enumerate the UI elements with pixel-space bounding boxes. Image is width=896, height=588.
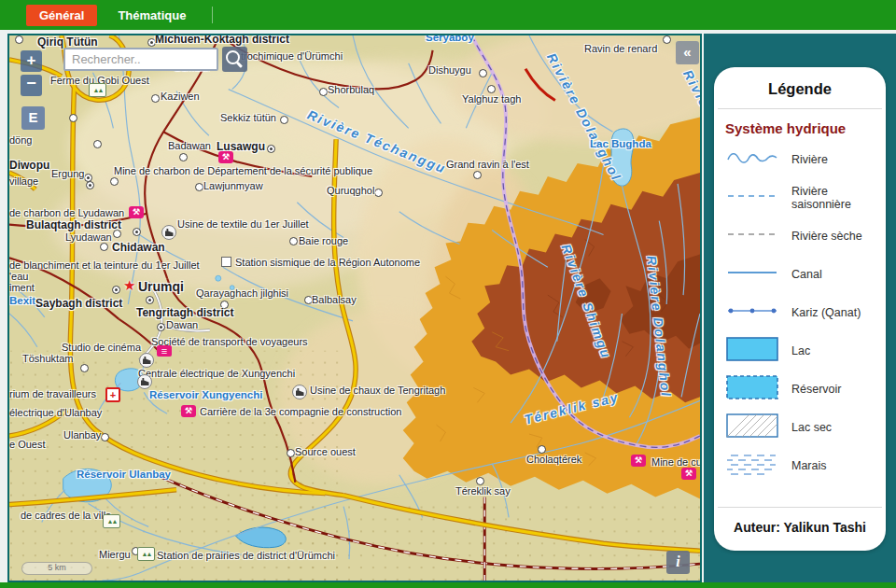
map-label: trochimique d'Ürümchi xyxy=(241,50,343,62)
tab-thematique[interactable]: Thématique xyxy=(105,5,199,26)
extent-button[interactable]: E xyxy=(21,106,45,130)
search-button[interactable] xyxy=(222,47,247,72)
search-input[interactable] xyxy=(63,48,218,71)
map-label: Téreklik say xyxy=(455,485,511,497)
mine-icon: ⚒ xyxy=(681,468,696,480)
collapse-legend-button[interactable]: « xyxy=(676,41,699,64)
map-label: Miergu xyxy=(99,549,131,560)
map-label: Station sismique de la Région Autonome xyxy=(235,257,420,268)
search-icon xyxy=(226,50,240,64)
town-marker xyxy=(280,116,288,124)
map-label: Ravin de renard xyxy=(584,43,657,54)
search-box xyxy=(63,48,218,71)
district-marker xyxy=(157,323,165,331)
map-label: Kaziwen xyxy=(161,91,200,102)
map-label: Usine de textile du 1er Juillet xyxy=(177,218,309,230)
bottom-bar xyxy=(0,582,896,588)
legend-item: Marais xyxy=(725,446,880,484)
map-label: Rivière Shimgu xyxy=(558,242,613,361)
legend-item: Rivière sèche xyxy=(725,217,880,255)
legend-item: Lac sec xyxy=(725,408,880,446)
map-label: Studio de cinéma xyxy=(62,342,141,353)
map-label: iment xyxy=(9,282,35,293)
river-swatch-icon xyxy=(725,144,779,175)
map-label: Badawan xyxy=(168,140,211,151)
marsh-swatch-icon xyxy=(725,450,779,482)
map-label: Shorbulaq xyxy=(328,84,374,95)
river-dry-swatch-icon xyxy=(725,220,779,252)
town-marker xyxy=(473,171,482,179)
map-label: Réservoir Ulanbay xyxy=(77,469,171,480)
map-label: Téreklik say xyxy=(523,389,621,427)
mine-icon: ⚒ xyxy=(631,455,646,467)
map-label: Centrale électrique de Xungyenchi xyxy=(138,368,295,379)
reservoir-swatch-icon xyxy=(725,373,779,405)
tab-general[interactable]: Général xyxy=(26,5,97,26)
legend-panel: Légende Système hydrique RivièreRivière … xyxy=(704,34,896,582)
map-label: Dawan xyxy=(166,319,198,330)
map-label: Töshuktam xyxy=(22,353,73,364)
town-marker xyxy=(80,364,89,372)
info-button[interactable]: i xyxy=(666,551,690,574)
zoom-in-button[interactable]: + xyxy=(21,50,42,72)
legend-item: Rivière xyxy=(725,140,880,178)
park-icon: ▲▲ xyxy=(137,547,155,561)
mine-icon: ⚒ xyxy=(218,151,233,163)
legend-item-label: Canal xyxy=(791,268,822,281)
legend-title: Légende xyxy=(718,67,882,109)
legend-item-label: Réservoir xyxy=(791,383,842,396)
legend-author: Auteur: Yalikun Tashi xyxy=(718,507,882,551)
map-label: de charbon de Lyudawan xyxy=(9,207,124,218)
map-label: village xyxy=(9,175,38,187)
factory-icon xyxy=(161,225,176,240)
nav-divider xyxy=(212,7,213,23)
map-label: Source ouest xyxy=(295,446,356,457)
mine-icon: ⚒ xyxy=(129,206,144,218)
district-marker xyxy=(112,286,120,294)
map-label: rium de travailleurs xyxy=(9,388,96,399)
factory-icon xyxy=(292,385,307,399)
map-label: Seryaboy xyxy=(426,34,474,43)
legend-item: Kariz (Qanat) xyxy=(725,293,880,331)
park-icon: ▲▲ xyxy=(103,514,120,528)
top-nav: Général Thématique xyxy=(0,0,896,30)
sq-icon xyxy=(221,257,231,267)
map-label: Lac Bughda xyxy=(590,138,651,149)
map-label: Baie rouge xyxy=(299,235,348,246)
map-label: Rivière Dolanghol xyxy=(644,255,674,399)
town-marker xyxy=(151,94,160,103)
town-marker xyxy=(663,35,671,44)
river-seasonal-swatch-icon xyxy=(725,182,779,214)
map-label: électrique d'Ulanbay xyxy=(9,407,102,418)
dry-lake-swatch-icon xyxy=(725,412,779,443)
map-label: Grand ravin à l'est xyxy=(446,159,529,170)
map-label: Yalghuz tagh xyxy=(462,93,521,105)
map-label: Cholaqtérek xyxy=(526,454,581,465)
map-canvas[interactable]: Qiriq TütünMichuen-Koktagh districttroch… xyxy=(7,34,702,582)
map-label: 'eau xyxy=(9,271,28,282)
map-label: Rivière Dolanghol xyxy=(544,50,624,184)
map-label: Bexit xyxy=(9,295,35,306)
map-label: Lyudawan xyxy=(65,231,112,243)
map-label: Qarayaghach jilghisi xyxy=(196,287,288,299)
map-label: Carrière de la 3e compagnie de construct… xyxy=(200,406,401,417)
map-label: Mine de charbon de Département de la séc… xyxy=(114,165,372,176)
town-marker xyxy=(100,243,108,251)
legend-item: Canal xyxy=(725,255,880,293)
legend-item: Réservoir xyxy=(725,370,880,408)
zoom-out-button[interactable]: − xyxy=(21,75,42,96)
kariz-swatch-icon xyxy=(725,297,779,329)
map-label: Quruqghol xyxy=(327,185,374,196)
map-label: Ulanbay xyxy=(63,429,101,441)
map-label: Société de transport de voyageurs xyxy=(151,336,308,347)
legend-item-label: Rivière xyxy=(791,153,828,166)
map-label: de blanchiment et la teinture du 1er Jui… xyxy=(9,259,200,271)
map-overlay: Qiriq TütünMichuen-Koktagh districttroch… xyxy=(9,35,700,581)
transport-icon: ≡ xyxy=(157,345,172,357)
legend-item-label: Rivière saisonnière xyxy=(791,185,880,211)
legend-item-label: Kariz (Qanat) xyxy=(791,306,861,319)
town-marker xyxy=(69,114,77,122)
legend-item-label: Rivière sèche xyxy=(791,230,862,243)
hospital-icon: + xyxy=(105,387,120,402)
town-marker xyxy=(479,69,487,77)
